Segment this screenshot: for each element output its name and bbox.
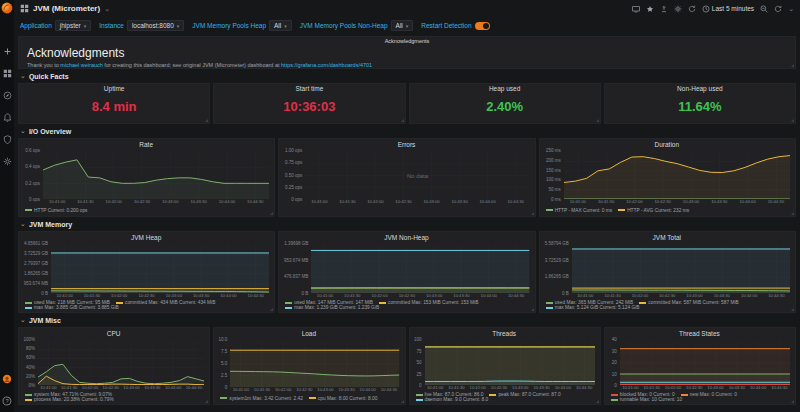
y-tick-label: 0% xyxy=(28,383,35,388)
legend-item[interactable]: committed Max: 587 MiB Current: 587 MiB xyxy=(639,300,738,305)
plot-area: 100%80%60%40%20%0% xyxy=(21,339,206,385)
restart-detection-toggle[interactable] xyxy=(475,22,490,30)
y-tick-label: 1.39698 GB xyxy=(284,241,308,246)
panel-thread-states: Thread States40302010010:41:0010:41:3010… xyxy=(604,327,796,405)
panel-title[interactable]: Start time xyxy=(214,84,404,94)
x-tick-label: 10:41:00 xyxy=(311,293,338,300)
x-tick-label: 10:42:30 xyxy=(133,293,160,300)
legend-item[interactable]: HTTP - MAX Current: 0 ms xyxy=(546,208,612,213)
y-tick-label: 150 ms xyxy=(546,167,561,172)
zoom-out-icon[interactable] xyxy=(760,5,768,13)
row-jvm-memory[interactable]: ⌄ JVM Memory xyxy=(18,219,796,229)
row-jvm-misc[interactable]: ⌄ JVM Misc xyxy=(18,315,796,325)
legend-item[interactable]: committed Max: 153 MiB Current: 153 MiB xyxy=(379,300,478,305)
legend-item[interactable]: HTTP - AVG Current: 232 ms xyxy=(618,208,689,213)
legend-item[interactable]: system1m Max: 3.42 Current: 2.42 xyxy=(220,396,303,401)
side-menu-avatar[interactable] xyxy=(0,368,14,390)
gear-icon[interactable] xyxy=(674,5,682,13)
time-range-picker[interactable]: Last 5 minutes xyxy=(702,5,754,13)
legend-item[interactable]: runnable Max: 10 Current: 10 xyxy=(611,397,682,402)
panel-title[interactable]: Duration xyxy=(542,140,792,150)
author-link[interactable]: michael weirauch xyxy=(60,62,103,68)
x-tick-label: 10:43:30 xyxy=(142,385,163,392)
navbar-actions: Last 5 minutes ⌄ xyxy=(632,5,794,13)
jvm-misc-row: CPU100%80%60%40%20%0%10:41:0010:41:3010:… xyxy=(18,327,796,405)
x-tick-label: 10:41:30 xyxy=(59,385,80,392)
variable-value: localhost:8080 xyxy=(132,22,174,29)
y-tick-label: 0.75 ops xyxy=(285,160,302,165)
panel-jvm-heap: JVM Heap4.65661 GB3.72529 GB2.79397 GB1.… xyxy=(18,231,275,313)
row-io-overview[interactable]: ⌄ I/O Overview xyxy=(18,126,796,136)
legend-item[interactable]: daemon Max: 9.0 Current: 8.0 xyxy=(416,397,489,402)
tv-icon[interactable] xyxy=(632,5,640,13)
ack-heading: Acknowledgments xyxy=(27,46,789,60)
io-overview-row: Rate0.6 ops0.4 ops0.2 ops0 ops10:41:0010… xyxy=(18,138,796,217)
panel-title[interactable]: Acknowledgments xyxy=(25,37,789,45)
x-tick-label: 10:44:00 xyxy=(474,199,502,206)
variable-value-dropdown[interactable]: localhost:8080▾ xyxy=(127,20,184,31)
share-icon[interactable] xyxy=(660,5,668,13)
side-menu-plus[interactable] xyxy=(0,40,14,62)
y-tick-label: 60% xyxy=(26,355,35,360)
panel-title[interactable]: Threads xyxy=(412,329,597,339)
variable-label: Restart Detection xyxy=(421,22,471,29)
x-tick-label: 10:42:30 xyxy=(654,293,681,300)
dashboard-title[interactable]: JVM (Micrometer) xyxy=(33,4,100,13)
variable-value-dropdown[interactable]: All▾ xyxy=(391,20,414,31)
title-caret-icon[interactable]: ⌄ xyxy=(104,5,110,13)
panel-title[interactable]: JVM Non-Heap xyxy=(281,233,531,243)
panel-title[interactable]: JVM Total xyxy=(542,233,792,243)
variable-value-dropdown[interactable]: All▾ xyxy=(269,20,292,31)
y-tick-label: 25 xyxy=(416,371,421,376)
variable-value-dropdown[interactable]: jhipster▾ xyxy=(55,20,91,31)
side-menu-alerting[interactable] xyxy=(0,106,14,128)
panel-title[interactable]: Heap used xyxy=(410,84,600,94)
clock-icon xyxy=(702,5,710,13)
panel-title[interactable]: Rate xyxy=(21,140,271,150)
side-menu-help[interactable] xyxy=(0,390,14,412)
variable-2: JVM Memory Pools HeapAll▾ xyxy=(192,20,291,31)
refresh-caret-icon[interactable]: ⌄ xyxy=(788,5,794,13)
legend-item[interactable]: peak Max: 87.0 Current: 87.0 xyxy=(489,392,560,397)
legend-item[interactable]: max Max: 5.124 GiB Current: 5.124 GiB xyxy=(546,305,640,310)
panel-title[interactable]: Thread States xyxy=(607,329,792,339)
legend-item[interactable]: new Max: 0 Current: 0 xyxy=(681,392,737,397)
legend-item[interactable]: process Max: 20.38% Current: 0.79% xyxy=(25,397,114,402)
refresh-icon[interactable] xyxy=(774,5,782,13)
panel-title[interactable]: Errors xyxy=(281,140,531,150)
legend-item[interactable]: max Max: 1.239 GiB Current: 1.239 GiB xyxy=(285,305,379,310)
plot-area: 0.6 ops0.4 ops0.2 ops0 ops xyxy=(21,150,271,199)
gear-icon xyxy=(3,157,12,166)
variable-value: All xyxy=(396,22,403,29)
side-menu-dashboards[interactable] xyxy=(0,62,14,84)
star-icon[interactable] xyxy=(646,5,654,13)
side-menu-explore[interactable] xyxy=(0,84,14,106)
panel-title[interactable]: JVM Heap xyxy=(21,233,271,243)
x-tick-label: 10:41:00 xyxy=(51,293,78,300)
row-quick-facts[interactable]: ⌄ Quick Facts xyxy=(18,71,796,81)
x-tick-label: 10:42:30 xyxy=(488,385,509,392)
panel-title[interactable]: Non-Heap used xyxy=(605,84,795,94)
plot-area: 5.58794 GB3.72529 GB1.86265 GB0 B xyxy=(542,243,792,293)
x-tick-label: 10:43:30 xyxy=(531,385,552,392)
legend-item[interactable]: cpu Max: 8.00 Current: 8.00 xyxy=(309,396,377,401)
legend-item[interactable]: max Max: 3.885 GiB Current: 3.885 GiB xyxy=(25,305,119,310)
side-menu-gear[interactable] xyxy=(0,150,14,172)
panel-title[interactable]: Load xyxy=(216,329,401,339)
x-tick-label: 10:44:00 xyxy=(735,293,762,300)
x-tick-label: 10:44:00 xyxy=(733,199,761,206)
cycle-icon[interactable] xyxy=(688,5,696,13)
legend: HTTP - MAX Current: 0 msHTTP - AVG Curre… xyxy=(542,206,792,214)
y-tick-label: 3.72529 GB xyxy=(545,257,569,262)
grafana-logo[interactable] xyxy=(1,2,13,14)
dashboard-link[interactable]: https://grafana.com/dashboards/4701 xyxy=(281,62,372,68)
panel-title[interactable]: CPU xyxy=(21,329,206,339)
legend-item[interactable]: HTTP Current: 0.200 ops xyxy=(25,208,88,213)
x-tick-label: 10:41:00 xyxy=(620,385,641,392)
y-tick-label: 0.2 ops xyxy=(25,180,40,185)
panel-title[interactable]: Uptime xyxy=(19,84,209,94)
side-menu-shield[interactable] xyxy=(0,128,14,150)
chevron-down-icon: ⌄ xyxy=(20,317,26,323)
panel-jvm-total: JVM Total5.58794 GB3.72529 GB1.86265 GB0… xyxy=(539,231,796,313)
legend-item[interactable]: committed Max: 434 MiB Current: 434 MiB xyxy=(116,300,215,305)
